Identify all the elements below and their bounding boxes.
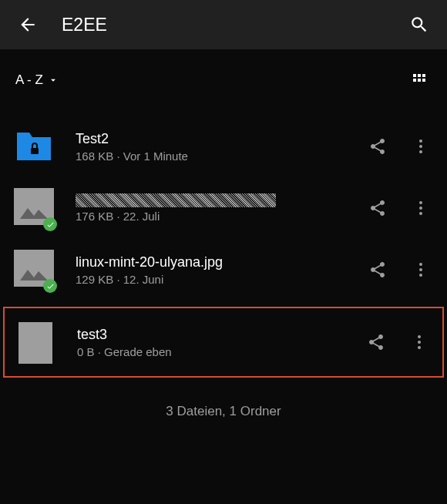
svg-point-11 xyxy=(419,274,422,277)
folder-lock-icon xyxy=(14,126,54,163)
file-meta: 0 B · Gerade eben xyxy=(77,345,364,358)
search-icon xyxy=(409,15,429,35)
svg-point-12 xyxy=(418,335,421,338)
more-button[interactable] xyxy=(408,196,433,220)
svg-point-7 xyxy=(419,212,422,215)
file-actions xyxy=(364,330,432,354)
file-item-document-highlighted[interactable]: test3 0 B · Gerade eben xyxy=(3,307,444,378)
file-meta: 176 KB · 22. Juli xyxy=(76,210,365,223)
share-button[interactable] xyxy=(365,257,390,282)
file-icon-wrap xyxy=(15,322,55,362)
file-list: Test2 168 KB · Vor 1 Minute xyxy=(0,105,447,378)
more-vert-icon xyxy=(412,199,430,217)
sync-check-icon xyxy=(43,217,57,231)
svg-point-2 xyxy=(419,145,422,148)
file-meta: 168 KB · Vor 1 Minute xyxy=(76,150,365,163)
sort-dropdown[interactable]: A - Z xyxy=(15,72,59,88)
svg-point-6 xyxy=(419,207,422,210)
file-actions xyxy=(365,196,433,220)
file-info: 176 KB · 22. Juli xyxy=(76,193,365,223)
file-icon-wrap xyxy=(14,188,54,228)
more-vert-icon xyxy=(412,260,430,279)
svg-marker-4 xyxy=(20,208,48,219)
file-info: test3 0 B · Gerade eben xyxy=(77,327,364,358)
file-info: linux-mint-20-ulyana.jpg 129 KB · 12. Ju… xyxy=(76,254,365,286)
sync-check-icon xyxy=(43,279,57,293)
file-name: linux-mint-20-ulyana.jpg xyxy=(76,254,365,270)
share-button[interactable] xyxy=(364,330,388,354)
share-icon xyxy=(367,333,385,351)
file-actions xyxy=(365,134,433,159)
more-button[interactable] xyxy=(408,134,433,159)
file-name: Test2 xyxy=(76,131,365,147)
share-icon xyxy=(368,137,387,156)
file-name: test3 xyxy=(77,327,364,343)
more-vert-icon xyxy=(412,137,430,156)
sort-label: A - Z xyxy=(15,72,43,88)
more-vert-icon xyxy=(410,333,429,351)
back-button[interactable] xyxy=(12,9,43,40)
file-item-image[interactable]: 176 KB · 22. Juli xyxy=(0,177,447,239)
svg-point-9 xyxy=(419,263,422,266)
share-button[interactable] xyxy=(365,134,390,159)
file-icon-wrap xyxy=(14,250,54,290)
more-button[interactable] xyxy=(407,330,432,354)
more-button[interactable] xyxy=(408,257,433,282)
file-item-image[interactable]: linux-mint-20-ulyana.jpg 129 KB · 12. Ju… xyxy=(0,239,447,301)
file-meta: 129 KB · 12. Juni xyxy=(76,273,365,286)
share-icon xyxy=(368,260,387,279)
document-icon xyxy=(18,322,52,364)
svg-rect-0 xyxy=(31,148,39,154)
file-info: Test2 168 KB · Vor 1 Minute xyxy=(76,131,365,163)
grid-icon xyxy=(410,71,429,89)
summary-text: 3 Dateien, 1 Ordner xyxy=(0,404,447,419)
app-header: E2EE xyxy=(0,0,447,49)
share-icon xyxy=(368,199,387,217)
arrow-back-icon xyxy=(18,15,38,35)
chevron-down-icon xyxy=(48,75,59,86)
svg-point-3 xyxy=(419,150,422,153)
sort-bar: A - Z xyxy=(0,49,447,105)
svg-point-10 xyxy=(419,268,422,271)
svg-point-13 xyxy=(418,341,421,344)
svg-point-1 xyxy=(419,139,422,143)
file-name-redacted xyxy=(76,193,276,207)
file-item-folder[interactable]: Test2 168 KB · Vor 1 Minute xyxy=(0,116,447,177)
svg-point-14 xyxy=(418,346,421,349)
grid-view-button[interactable] xyxy=(407,68,432,92)
svg-marker-8 xyxy=(20,270,48,281)
share-button[interactable] xyxy=(365,196,390,220)
search-button[interactable] xyxy=(404,9,435,40)
svg-point-5 xyxy=(419,201,422,204)
file-icon-wrap xyxy=(14,126,54,166)
page-title: E2EE xyxy=(62,15,404,35)
file-actions xyxy=(365,257,433,282)
